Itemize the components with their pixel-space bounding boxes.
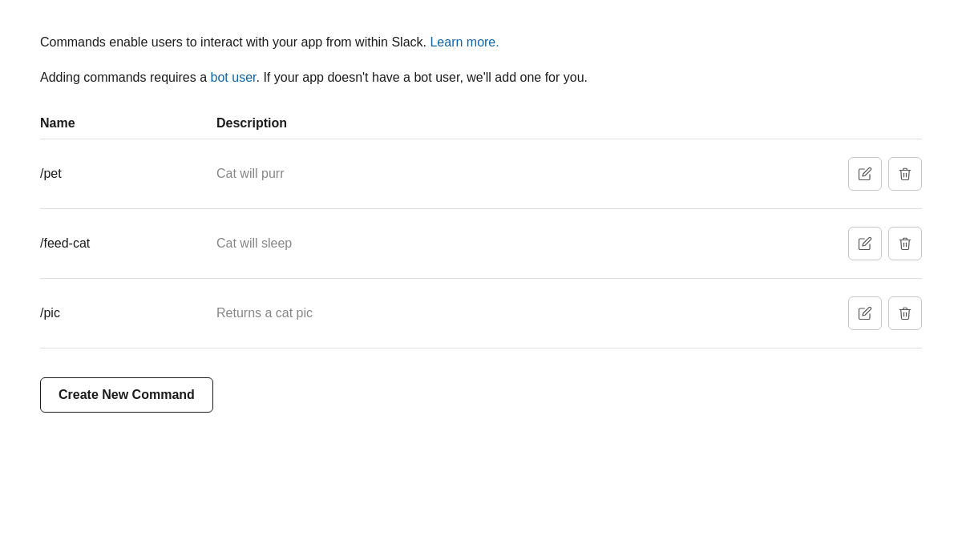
delete-button-2[interactable]	[888, 296, 922, 330]
table-header: Name Description	[40, 116, 922, 139]
delete-button-1[interactable]	[888, 227, 922, 260]
action-buttons-0	[826, 157, 922, 191]
table-row: /pic Returns a cat pic	[40, 279, 922, 348]
header-name: Name	[40, 116, 216, 131]
header-actions	[826, 116, 922, 131]
commands-table: Name Description /pet Cat will purr	[40, 116, 922, 348]
trash-icon	[898, 306, 912, 320]
trash-icon	[898, 236, 912, 251]
edit-icon	[858, 167, 872, 181]
command-description-1: Cat will sleep	[216, 236, 826, 251]
create-new-command-button[interactable]: Create New Command	[40, 377, 213, 413]
command-name-2: /pic	[40, 306, 216, 320]
edit-button-2[interactable]	[848, 296, 882, 330]
delete-button-0[interactable]	[888, 157, 922, 191]
trash-icon	[898, 167, 912, 181]
learn-more-link[interactable]: Learn more.	[430, 35, 499, 49]
edit-button-0[interactable]	[848, 157, 882, 191]
edit-icon	[858, 306, 872, 320]
intro-line1-text: Commands enable users to interact with y…	[40, 35, 430, 49]
intro-line1: Commands enable users to interact with y…	[40, 32, 922, 53]
table-row: /pet Cat will purr	[40, 139, 922, 209]
edit-icon	[858, 236, 872, 251]
action-buttons-1	[826, 227, 922, 260]
action-buttons-2	[826, 296, 922, 330]
bot-user-link[interactable]: bot user	[211, 71, 257, 84]
edit-button-1[interactable]	[848, 227, 882, 260]
command-name-0: /pet	[40, 167, 216, 181]
table-row: /feed-cat Cat will sleep	[40, 209, 922, 279]
intro-line2-text: Adding commands requires a	[40, 71, 211, 84]
command-description-2: Returns a cat pic	[216, 306, 826, 320]
intro-line2-rest: . If your app doesn't have a bot user, w…	[257, 71, 588, 84]
header-description: Description	[216, 116, 826, 131]
command-description-0: Cat will purr	[216, 167, 826, 181]
intro-line2: Adding commands requires a bot user. If …	[40, 67, 922, 88]
command-name-1: /feed-cat	[40, 236, 216, 251]
